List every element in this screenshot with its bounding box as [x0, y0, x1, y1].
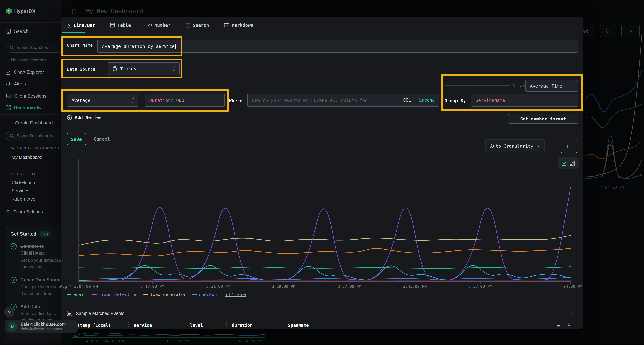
create-dashboard-button[interactable]: + Create Dashboard	[11, 120, 53, 125]
column-header[interactable]: SpanName	[288, 323, 309, 328]
database-icon	[113, 66, 117, 71]
set-number-format-button[interactable]: Set number format	[508, 114, 578, 124]
select-chevrons-icon	[132, 98, 134, 102]
sidebar-item-client-sessions[interactable]: Client Sessions	[6, 93, 46, 99]
data-source-label: Data Source	[67, 67, 95, 72]
laptop-icon	[6, 94, 11, 98]
sql-mode-toggle[interactable]: SQL	[403, 98, 411, 103]
task-connect-clickhouse[interactable]: Connect to ClickHouse Set up your databa…	[10, 243, 67, 270]
sample-matched-events-header[interactable]: Sample Matched Events	[67, 311, 124, 316]
tab-search[interactable]: Search	[184, 22, 210, 28]
tab-number[interactable]: 123 Number	[144, 22, 172, 28]
group-by-label: Group By	[444, 98, 466, 103]
chevron-down-icon	[12, 146, 14, 149]
get-started-progress-badge: 3/3	[40, 231, 51, 237]
check-circle-icon	[10, 243, 17, 270]
sidebar-item-my-dashboard[interactable]: My Dashboard	[12, 154, 42, 160]
sidebar-item-chart-explorer[interactable]: Chart Explorer	[6, 69, 44, 75]
lucene-mode-toggle[interactable]: Lucene	[419, 98, 435, 103]
chevron-down-icon	[537, 144, 540, 147]
saved-dashboards-input[interactable]: Saved Dashboards	[6, 131, 67, 141]
sidebar-item-clickhouse[interactable]: ClickHouse	[12, 180, 35, 185]
line-chart-icon	[66, 23, 71, 27]
legend-item-email[interactable]: email	[66, 292, 86, 297]
list-icon	[186, 23, 190, 27]
sidebar-item-kubernetes[interactable]: Kubernetes	[12, 196, 35, 202]
magnifier-icon	[10, 45, 14, 50]
column-header[interactable]: duration	[232, 323, 278, 328]
where-label: Where	[229, 98, 242, 103]
column-header[interactable]: level	[190, 323, 222, 328]
sidebar-item-alerts[interactable]: Alerts	[6, 81, 26, 86]
filter-icon[interactable]	[555, 323, 561, 328]
alias-label: Alias	[512, 83, 525, 88]
tab-table[interactable]: Table	[109, 22, 132, 28]
sidebar-item-dashboards[interactable]: Dashboards	[6, 105, 41, 110]
user-menu[interactable]: D dale@clickhouse.com dale@clickhouse.co…	[5, 320, 78, 333]
brand-name: HyperDX	[14, 8, 36, 14]
magnifier-icon	[10, 134, 14, 138]
check-circle-icon	[10, 277, 17, 297]
column-header[interactable]: service	[134, 323, 180, 328]
plus-circle-icon	[67, 115, 72, 120]
select-chevrons-icon	[173, 66, 175, 71]
alias-input[interactable]: Average Time	[525, 80, 578, 91]
tab-markdown[interactable]: Markdown	[222, 22, 255, 28]
legend-item-checkout[interactable]: checkout	[192, 292, 220, 297]
chart-type-tabs: Line/Bar Table 123 Number Search	[61, 17, 583, 33]
cancel-button[interactable]: Cancel	[94, 136, 110, 142]
chevron-down-icon	[12, 172, 14, 175]
brand[interactable]: HyperDX	[6, 8, 36, 14]
granularity-select[interactable]: Auto Granularity	[485, 139, 545, 152]
legend-dash	[92, 294, 96, 295]
sidebar-item-team-settings[interactable]: ⚙ Team Settings	[6, 209, 43, 215]
hyperdx-logo-icon	[6, 8, 12, 14]
save-button[interactable]: Save	[67, 133, 86, 145]
legend-more-link[interactable]: +12 more	[225, 292, 246, 297]
group-by-input[interactable]: ServiceName	[471, 94, 578, 106]
play-icon: ▷	[568, 143, 570, 149]
chart-name-input[interactable]: Average duration by service	[97, 40, 578, 52]
legend-dash	[143, 294, 148, 295]
task-create-data-source[interactable]: Create Data Source Configure where your …	[10, 277, 67, 297]
x-axis-labels: Aug 4 3:04:00 PM 3:13:00 PM 3:21:00 PM 3…	[77, 284, 572, 290]
legend-item-fraud-detection[interactable]: fraud-detection	[92, 292, 138, 297]
saved-searches-input[interactable]: Saved Searches	[6, 42, 67, 52]
tab-line-bar[interactable]: Line/Bar	[65, 22, 96, 28]
aggregation-select[interactable]: Average	[67, 94, 138, 106]
help-button[interactable]: ?	[4, 307, 14, 317]
legend-item-load-generator[interactable]: load-generator	[143, 292, 186, 297]
download-icon[interactable]	[566, 323, 571, 328]
bell-icon	[6, 81, 11, 86]
legend-dash	[66, 294, 71, 295]
presets-section[interactable]: PRESETS	[12, 172, 37, 176]
get-started-title: Get Started	[10, 231, 36, 237]
no-saved-searches-text: No saved searches	[11, 58, 46, 62]
avatar: D	[8, 322, 17, 331]
search-docs-icon	[6, 28, 11, 34]
legend-dash	[192, 294, 196, 295]
add-series-button[interactable]: Add Series	[67, 115, 102, 120]
table-icon	[110, 23, 115, 27]
chart-name-label: Chart Name	[67, 43, 93, 48]
data-source-select[interactable]: Traces	[108, 62, 180, 75]
alias-connector-line	[446, 85, 510, 86]
aggregation-field-input[interactable]: Duration/1000	[144, 94, 225, 106]
run-query-button[interactable]: ▷	[561, 139, 577, 153]
list-icon	[67, 311, 72, 316]
markdown-icon	[224, 23, 229, 27]
sidebar-item-search[interactable]: Search	[6, 28, 28, 34]
chart-legend: email fraud-detection load-generator che…	[66, 292, 246, 297]
saved-dashboards-section[interactable]: SAVED DASHBOARDS	[12, 146, 62, 150]
sidebar-item-services[interactable]: Services	[12, 188, 29, 193]
main-line-chart[interactable]	[77, 157, 572, 285]
screen: My New Dashboard Save ↻ ▷ 4:04:00 PM 0 A…	[0, 0, 644, 345]
dashboards-icon	[6, 105, 11, 110]
where-search-input[interactable]: Search your events w/ Lucene ex. column:…	[247, 94, 439, 106]
user-email: dale@clickhouse.com	[21, 322, 66, 327]
gear-icon: ⚙	[6, 209, 10, 215]
number-123-icon: 123	[146, 23, 152, 27]
user-team: dale@clickhouse.com's	[21, 327, 66, 331]
chart-explorer-icon	[6, 69, 11, 74]
sample-events-table-header: Timestamp (Local) service level duration…	[67, 322, 516, 329]
